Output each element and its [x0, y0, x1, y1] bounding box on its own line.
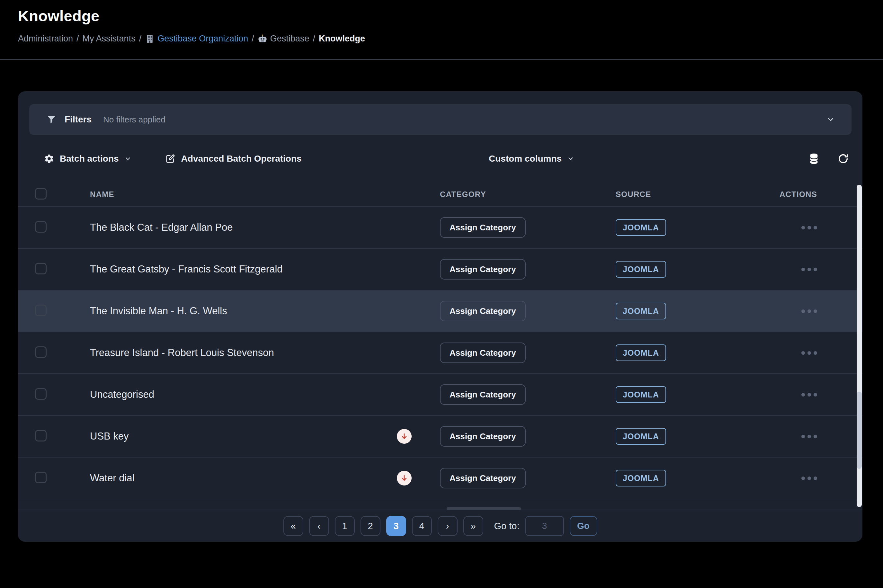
- assign-category-button[interactable]: Assign Category: [440, 301, 526, 321]
- breadcrumb-separator: /: [76, 34, 79, 44]
- robot-icon: [258, 34, 267, 44]
- knowledge-page: Knowledge Administration / My Assistants…: [0, 0, 883, 588]
- assign-category-button[interactable]: Assign Category: [440, 426, 526, 447]
- pagination-page-2[interactable]: 2: [361, 516, 381, 536]
- breadcrumb-assistant[interactable]: Gestibase: [258, 34, 309, 44]
- assign-category-button[interactable]: Assign Category: [440, 468, 526, 488]
- row-checkbox[interactable]: [35, 472, 46, 483]
- filters-label: Filters: [64, 114, 91, 124]
- source-badge: JOOMLA: [616, 261, 666, 278]
- source-badge: JOOMLA: [616, 428, 666, 445]
- pagination-bar: « ‹ 1 2 3 4 › » Go to: Go: [18, 510, 862, 542]
- assign-category-button[interactable]: Assign Category: [440, 259, 526, 279]
- chevron-down-icon: [124, 155, 132, 162]
- chevron-down-icon[interactable]: [826, 116, 835, 124]
- pagination-page-1[interactable]: 1: [335, 516, 355, 536]
- knowledge-item-name: USB key: [90, 430, 129, 442]
- filter-funnel-icon: [46, 114, 57, 125]
- chevron-down-icon: [567, 155, 574, 162]
- breadcrumb-separator: /: [313, 34, 315, 44]
- edit-square-icon: [165, 153, 176, 164]
- pagination-next-button[interactable]: ›: [438, 516, 457, 536]
- filters-status: No filters applied: [103, 115, 165, 124]
- table-row: The Great Gatsby - Francis Scott Fitzger…: [18, 249, 862, 291]
- select-all-checkbox[interactable]: [35, 188, 46, 200]
- assign-category-button[interactable]: Assign Category: [440, 217, 526, 238]
- pagination-page-3[interactable]: 3: [386, 516, 406, 536]
- vertical-scrollbar[interactable]: [857, 185, 862, 507]
- table-row: USB key Assign Category JOOMLA: [18, 416, 862, 458]
- assign-category-button[interactable]: Assign Category: [440, 384, 526, 405]
- column-header-actions: ACTIONS: [776, 190, 862, 199]
- breadcrumb-current: Knowledge: [319, 34, 365, 44]
- knowledge-item-name: Uncategorised: [90, 389, 154, 400]
- source-badge: JOOMLA: [616, 470, 666, 486]
- breadcrumb-separator: /: [252, 34, 254, 44]
- database-icon[interactable]: [808, 153, 819, 165]
- source-badge: JOOMLA: [616, 303, 666, 320]
- source-badge: JOOMLA: [616, 219, 666, 236]
- table-row: The Invisible Man - H. G. Wells Assign C…: [18, 291, 862, 332]
- table-header: NAME CATEGORY SOURCE ACTIONS: [18, 183, 862, 207]
- download-arrow-icon: [397, 429, 412, 444]
- go-button[interactable]: Go: [570, 516, 597, 536]
- source-badge: JOOMLA: [616, 386, 666, 403]
- row-actions-button[interactable]: [801, 473, 817, 483]
- partial-row: [18, 500, 862, 510]
- table-row: Treasure Island - Robert Louis Stevenson…: [18, 332, 862, 374]
- knowledge-item-name: The Invisible Man - H. G. Wells: [90, 305, 227, 316]
- page-header: Knowledge Administration / My Assistants…: [18, 7, 365, 44]
- pagination-prev-button[interactable]: ‹: [309, 516, 329, 536]
- assign-category-button[interactable]: Assign Category: [440, 342, 526, 363]
- row-actions-button[interactable]: [801, 348, 817, 358]
- table-row: Uncategorised Assign Category JOOMLA: [18, 374, 862, 416]
- row-checkbox[interactable]: [35, 430, 46, 441]
- breadcrumb: Administration / My Assistants /: [18, 34, 365, 44]
- table-row: Water dial Assign Category JOOMLA: [18, 458, 862, 500]
- row-checkbox[interactable]: [35, 263, 46, 274]
- download-arrow-icon: [397, 471, 412, 486]
- row-checkbox[interactable]: [35, 388, 46, 400]
- advanced-batch-operations-button[interactable]: Advanced Batch Operations: [165, 153, 302, 164]
- page-title: Knowledge: [18, 7, 365, 25]
- table-row: The Black Cat - Edgar Allan Poe Assign C…: [18, 207, 862, 249]
- table-toolbar: Batch actions Advanced Batch Operations …: [18, 135, 862, 183]
- row-actions-button[interactable]: [801, 390, 817, 400]
- refresh-icon[interactable]: [837, 153, 849, 165]
- pagination-last-button[interactable]: »: [463, 516, 483, 536]
- gear-icon: [44, 154, 54, 164]
- knowledge-card: Filters No filters applied Batch actions: [18, 91, 862, 542]
- row-checkbox[interactable]: [35, 346, 46, 358]
- custom-columns-button[interactable]: Custom columns: [489, 154, 574, 164]
- building-icon: [145, 34, 154, 44]
- knowledge-item-name: The Great Gatsby - Francis Scott Fitzger…: [90, 264, 283, 275]
- breadcrumb-my-assistants[interactable]: My Assistants: [82, 34, 136, 44]
- source-badge: JOOMLA: [616, 345, 666, 361]
- batch-actions-button[interactable]: Batch actions: [44, 154, 132, 164]
- row-actions-button[interactable]: [801, 264, 817, 274]
- header-divider: [0, 59, 883, 60]
- column-header-source: SOURCE: [596, 190, 776, 199]
- column-header-category: CATEGORY: [390, 190, 596, 199]
- breadcrumb-separator: /: [139, 34, 142, 44]
- row-actions-button[interactable]: [801, 306, 817, 316]
- row-actions-button[interactable]: [801, 432, 817, 441]
- horizontal-scrollbar-thumb[interactable]: [447, 507, 521, 510]
- knowledge-item-name: Treasure Island - Robert Louis Stevenson: [90, 347, 274, 358]
- row-actions-button[interactable]: [801, 223, 817, 232]
- knowledge-item-name: Water dial: [90, 472, 134, 484]
- pagination-first-button[interactable]: «: [283, 516, 303, 536]
- pagination-page-4[interactable]: 4: [412, 516, 432, 536]
- row-checkbox[interactable]: [35, 221, 46, 232]
- goto-page-input[interactable]: [525, 516, 564, 536]
- table-body: The Black Cat - Edgar Allan Poe Assign C…: [18, 207, 862, 500]
- knowledge-item-name: The Black Cat - Edgar Allan Poe: [90, 222, 233, 233]
- breadcrumb-administration[interactable]: Administration: [18, 34, 73, 44]
- row-checkbox[interactable]: [35, 304, 46, 316]
- vertical-scrollbar-thumb[interactable]: [857, 392, 862, 469]
- breadcrumb-organization-link[interactable]: Gestibase Organization: [145, 34, 248, 44]
- column-header-name: NAME: [90, 190, 390, 199]
- goto-label: Go to:: [494, 521, 520, 531]
- filters-panel[interactable]: Filters No filters applied: [29, 104, 852, 135]
